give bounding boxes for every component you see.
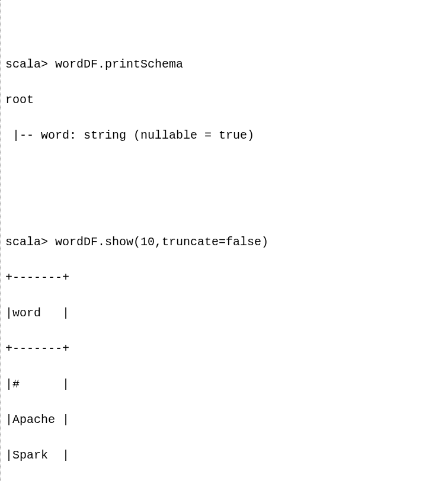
repl-line-2: scala> wordDF.show(10,truncate=false) [5, 233, 443, 251]
table-border-mid: +-------+ [5, 340, 443, 358]
repl-command-2: wordDF.show(10,truncate=false) [55, 235, 268, 249]
blank-line-2 [5, 198, 443, 216]
repl-prompt: scala> [5, 57, 48, 71]
table-row: |# | [5, 376, 443, 393]
schema-root: root [5, 91, 443, 109]
repl-command-1: wordDF.printSchema [55, 57, 183, 71]
blank-line-1 [5, 162, 443, 180]
repl-prompt: scala> [5, 235, 48, 249]
table-header: |word | [5, 304, 443, 322]
table-border-top: +-------+ [5, 269, 443, 287]
table-row: |Apache | [5, 411, 443, 429]
repl-line-1: scala> wordDF.printSchema [5, 56, 443, 73]
table-row: |Spark | [5, 447, 443, 464]
schema-field: |-- word: string (nullable = true) [5, 127, 443, 145]
